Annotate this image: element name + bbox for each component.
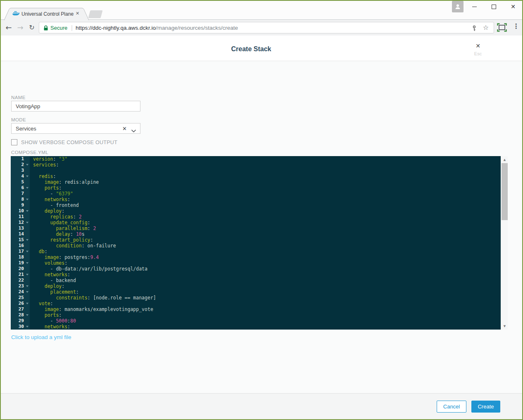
fold-arrow-icon[interactable]	[26, 274, 29, 275]
fold-arrow-icon[interactable]	[26, 176, 29, 177]
tab-close-icon[interactable]: ✕	[76, 11, 79, 16]
code-line-text: image: manomarks/examplevotingapp_vote	[30, 306, 501, 312]
code-line-text: delay: 10s	[30, 231, 501, 237]
code-line-text: networks:	[30, 197, 501, 202]
editor-line: 11 replicas: 2	[11, 214, 501, 220]
reload-button[interactable]: ↻	[26, 21, 38, 33]
fold-arrow-icon[interactable]	[26, 199, 29, 200]
line-number: 19	[11, 260, 30, 266]
code-line-text: placement:	[30, 289, 501, 295]
clear-selection-icon[interactable]: ✕	[122, 126, 127, 132]
back-button[interactable]: ←	[3, 21, 14, 33]
editor-line: 12 update_config:	[11, 220, 501, 225]
url-text[interactable]: https://ddc-nightly.qa.aws.dckr.io/manag…	[76, 25, 238, 31]
code-line-text: ports:	[30, 312, 501, 318]
editor-scrollbar[interactable]: ▲ ▼	[501, 156, 508, 330]
line-number: 10	[11, 208, 30, 214]
maximize-button[interactable]	[484, 0, 503, 13]
editor-line: 1version: "3"	[11, 156, 501, 162]
line-number: 12	[11, 220, 30, 225]
code-line-text: constraints: [node.role == manager]	[30, 295, 501, 301]
editor-line: 4 redis:	[11, 173, 501, 179]
fold-arrow-icon[interactable]	[26, 239, 29, 241]
scrollbar-thumb[interactable]	[502, 163, 508, 220]
secure-lock-icon	[43, 25, 48, 33]
page-title: Create Stack	[0, 45, 502, 53]
code-line-text: parallelism: 2	[30, 225, 501, 231]
fold-arrow-icon[interactable]	[26, 285, 29, 287]
code-line-text: update_config:	[30, 220, 501, 225]
browser-window: Universal Control Plane ✕ ✕ ← → ↻ Secure	[0, 0, 523, 420]
browser-menu-icon[interactable]: ⋮	[513, 22, 519, 30]
fold-arrow-icon[interactable]	[26, 187, 29, 189]
fold-arrow-icon[interactable]	[26, 303, 29, 304]
editor-line: 14 delay: 10s	[11, 231, 501, 237]
scroll-up-icon[interactable]: ▲	[501, 156, 508, 163]
titlebar: Universal Control Plane ✕ ✕	[0, 0, 523, 20]
editor-line: 16 condition: on-failure	[11, 243, 501, 249]
cancel-button[interactable]: Cancel	[437, 401, 466, 413]
create-button[interactable]: Create	[471, 401, 500, 413]
maximize-icon	[492, 5, 496, 9]
line-number: 29	[11, 318, 30, 324]
fold-arrow-icon[interactable]	[26, 210, 29, 212]
code-line-text: version: "3"	[30, 156, 501, 162]
fold-arrow-icon[interactable]	[26, 251, 29, 252]
compose-editor-lines[interactable]: 1version: "3"2services:34 redis:5 image:…	[11, 156, 501, 330]
line-number: 18	[11, 254, 30, 260]
url-path: /manage/resources/stacks/create	[156, 25, 238, 31]
line-number: 21	[11, 272, 30, 278]
code-line-text: redis:	[30, 173, 501, 179]
line-number: 28	[11, 312, 30, 318]
verbose-output-checkbox[interactable]	[11, 139, 17, 145]
fold-arrow-icon[interactable]	[26, 326, 29, 327]
line-number: 17	[11, 249, 30, 254]
code-line-text: vote:	[30, 301, 501, 306]
window-close-button[interactable]: ✕	[504, 0, 523, 13]
editor-line: 8 networks:	[11, 197, 501, 202]
code-line-text: networks:	[30, 324, 501, 330]
minimize-icon	[472, 7, 477, 7]
scroll-down-icon[interactable]: ▼	[501, 323, 508, 330]
bookmark-star-icon[interactable]: ☆	[483, 24, 489, 31]
new-tab-button[interactable]	[88, 10, 102, 18]
tab-title: Universal Control Plane	[21, 11, 74, 17]
editor-line: 5 image: redis:alpine	[11, 179, 501, 185]
password-key-icon[interactable]	[471, 25, 477, 33]
editor-line: 2services:	[11, 162, 501, 168]
mode-label: MODE	[11, 117, 26, 122]
code-line-text: - frontend	[30, 202, 501, 208]
modal-footer: Cancel Create	[0, 393, 523, 420]
chevron-down-icon[interactable]	[131, 127, 136, 135]
editor-line: 24 placement:	[11, 289, 501, 295]
compose-yml-editor[interactable]: 1version: "3"2services:34 redis:5 image:…	[11, 156, 508, 330]
name-label: NAME	[11, 95, 26, 100]
upload-yml-link[interactable]: Click to upload a yml file	[11, 334, 71, 340]
screen-capture-extension-icon[interactable]	[497, 23, 507, 33]
editor-line: 22 - backend	[11, 278, 501, 283]
line-number: 16	[11, 243, 30, 249]
mode-select[interactable]: Services ✕	[11, 123, 140, 134]
fold-arrow-icon[interactable]	[26, 222, 29, 223]
code-line-text: condition: on-failure	[30, 243, 501, 249]
fold-arrow-icon[interactable]	[26, 291, 29, 293]
fold-arrow-icon[interactable]	[26, 262, 29, 264]
line-number: 14	[11, 231, 30, 237]
secure-label[interactable]: Secure	[50, 25, 67, 31]
code-line-text: deploy:	[30, 283, 501, 289]
code-line-text: services:	[30, 162, 501, 168]
address-bar[interactable]: Secure | https://ddc-nightly.qa.aws.dckr…	[39, 22, 494, 33]
modal-header: Create Stack ✕ Esc	[0, 36, 523, 61]
fold-arrow-icon[interactable]	[26, 314, 29, 316]
profile-avatar[interactable]	[452, 1, 464, 12]
name-input[interactable]	[11, 101, 140, 112]
modal-close-icon[interactable]: ✕	[472, 43, 484, 49]
line-number: 25	[11, 295, 30, 301]
browser-toolbar: ← → ↻ Secure | https://ddc-nightly.qa.aw…	[0, 20, 523, 36]
code-line-text: - 5000:80	[30, 318, 501, 324]
minimize-button[interactable]	[465, 0, 484, 13]
editor-line: 26 vote:	[11, 301, 501, 306]
code-line-text: volumes:	[30, 260, 501, 266]
browser-tab[interactable]: Universal Control Plane ✕	[3, 8, 90, 20]
fold-arrow-icon[interactable]	[26, 164, 29, 166]
